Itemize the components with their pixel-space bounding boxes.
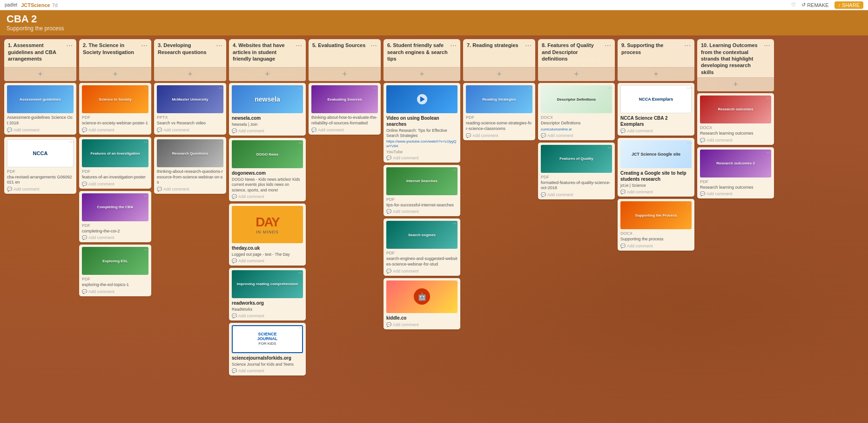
column-2-menu[interactable]: ⋯ [141,42,148,49]
column-8-menu[interactable]: ⋯ [605,42,611,49]
card-label: Supporting the process [620,237,692,242]
card-menu-icon[interactable]: ⋯ [69,139,74,145]
card-menu-icon[interactable]: ⋯ [767,149,772,156]
column-1-menu[interactable]: ⋯ [66,42,73,49]
card-title: sciencejournalsforkids.org [232,355,303,361]
card-thumbnail: NCCA Exemplars [620,85,692,113]
card-supporting-process: ⋯ Supporting the Process DOCX Supporting… [618,199,694,251]
card-thumbnail: newsela [232,85,303,113]
column-10-title: 10. Learning Outcomes from the contextua… [701,42,762,75]
column-6-header: 6. Student friendly safe search engines … [384,39,460,67]
card-menu-icon[interactable]: ⋯ [607,144,613,151]
add-comment-btn[interactable]: 💬 Add comment [82,235,148,240]
share-button[interactable]: ↑ SHARE [834,1,863,9]
card-menu-icon[interactable]: ⋯ [528,85,533,91]
column-8-add[interactable]: + [538,67,615,81]
column-8-header: 8. Features of Quality and Descriptor de… [538,39,615,67]
add-comment-btn[interactable]: 💬 Add comment [466,133,532,138]
column-3-menu[interactable]: ⋯ [216,42,222,49]
add-comment-btn[interactable]: 💬 Add comment [386,269,458,273]
add-comment-btn[interactable]: 💬 Add comment [620,129,692,133]
card-url[interactable]: https://www.youtube.com/watch?v=LtJygQwY… [386,139,458,148]
card-thumbnail: Science in Society [82,85,148,113]
card-title: Creating a Google site to help students … [620,170,692,182]
add-comment-btn[interactable]: 💬 Add comment [7,128,74,132]
card-menu-icon[interactable]: ⋯ [687,85,693,91]
column-3-add[interactable]: + [154,67,226,81]
card-esl-topics: ⋯ Exploring ESL PDF exploring-the-esl-to… [79,245,151,296]
add-comment-btn[interactable]: 💬 Add comment [620,190,692,194]
card-thumbnail: Reading Strategies [466,85,532,113]
remake-button[interactable]: ↺ REMAKE [801,2,828,8]
add-comment-btn[interactable]: 💬 Add comment [232,314,303,318]
card-menu-icon[interactable]: ⋯ [144,85,149,91]
column-6-add[interactable]: + [384,67,460,81]
add-comment-btn[interactable]: 💬 Add comment [386,209,458,214]
add-comment-btn[interactable]: 💬 Add comment [82,182,148,186]
card-desc: Newsela | Join [232,122,303,127]
add-comment-btn[interactable]: 💬 Add comment [386,322,458,327]
add-comment-btn[interactable]: 💬 Add comment [311,128,378,132]
card-research-questions: ⋯ Research Questions thinking-about-rese… [154,137,226,194]
add-comment-btn[interactable]: 💬 Add comment [157,128,223,132]
card-menu-icon[interactable]: ⋯ [144,193,149,199]
card-dogonews: ⋯ DOGO News dogonews.com DOGO News - Kid… [229,138,306,201]
card-menu-icon[interactable]: ⋯ [298,270,304,276]
column-10-menu[interactable]: ⋯ [764,42,770,49]
column-5-add[interactable]: + [309,67,381,81]
card-menu-icon[interactable]: ⋯ [298,325,304,331]
add-comment-btn[interactable]: 💬 Add comment [232,194,303,199]
card-menu-icon[interactable]: ⋯ [373,85,379,91]
card-menu-icon[interactable]: ⋯ [453,220,458,227]
add-comment-btn[interactable]: 💬 Add comment [700,191,771,196]
card-thumbnail: Internet Searches [386,167,458,195]
add-comment-btn[interactable]: 💬 Add comment [82,289,148,294]
card-menu-icon[interactable]: ⋯ [298,205,304,212]
column-10-add[interactable]: + [697,77,774,91]
card-menu-icon[interactable]: ⋯ [298,85,304,91]
add-comment-btn[interactable]: 💬 Add comment [232,259,303,263]
card-menu-icon[interactable]: ⋯ [69,85,74,91]
card-menu-icon[interactable]: ⋯ [687,201,693,207]
card-label: search-engines-and-suggested-websites-sc… [386,256,458,267]
add-comment-btn[interactable]: 💬 Add comment [232,129,303,133]
column-9-menu[interactable]: ⋯ [684,42,691,49]
column-1-add[interactable]: + [4,67,76,81]
add-comment-btn[interactable]: 💬 Add comment [7,187,74,191]
card-menu-icon[interactable]: ⋯ [453,280,458,287]
card-title: dogonews.com [232,170,303,176]
add-comment-btn[interactable]: 💬 Add comment [157,187,223,191]
column-4-menu[interactable]: ⋯ [296,42,302,49]
card-menu-icon[interactable]: ⋯ [219,85,224,91]
card-menu-icon[interactable]: ⋯ [453,167,458,173]
card-menu-icon[interactable]: ⋯ [144,246,149,253]
column-5-menu[interactable]: ⋯ [370,42,377,49]
column-5-header: 5. Evaluating Sources ⋯ [309,39,381,67]
card-quality-features: ⋯ Features of Quality PDF formatted-feat… [538,143,615,199]
card-label: Research learning outcomes [700,185,771,191]
add-comment-btn[interactable]: 💬 Add comment [232,368,303,373]
column-4-add[interactable]: + [229,67,306,81]
add-comment-btn[interactable]: 💬 Add comment [620,244,692,248]
column-1: 1. Assessment guidelines and CBA arrange… [4,39,76,423]
add-comment-btn[interactable]: 💬 Add comment [82,128,148,132]
card-menu-icon[interactable]: ⋯ [687,140,693,146]
column-7-menu[interactable]: ⋯ [525,42,532,49]
column-2-add[interactable]: + [79,67,151,81]
add-comment-btn[interactable]: 💬 Add comment [541,133,612,138]
card-menu-icon[interactable]: ⋯ [767,95,772,102]
card-menu-icon[interactable]: ⋯ [219,139,224,145]
card-menu-icon[interactable]: ⋯ [607,85,613,91]
card-menu-icon[interactable]: ⋯ [298,140,304,146]
add-comment-btn[interactable]: 💬 Add comment [386,156,458,160]
column-6-menu[interactable]: ⋯ [450,42,457,49]
add-comment-btn[interactable]: 💬 Add comment [541,192,612,197]
heart-icon[interactable]: ♡ [791,2,796,8]
card-menu-icon[interactable]: ⋯ [144,139,149,145]
card-thumbnail: 🤖 [386,280,458,313]
card-cba-arrangements: ⋯ NCCA PDF cba-revised-arrangements G060… [4,137,76,194]
add-comment-btn[interactable]: 💬 Add comment [700,138,771,143]
column-7-add[interactable]: + [463,67,535,81]
column-9-add[interactable]: + [618,67,694,81]
card-thumbnail: Completing the CBA [82,193,148,221]
